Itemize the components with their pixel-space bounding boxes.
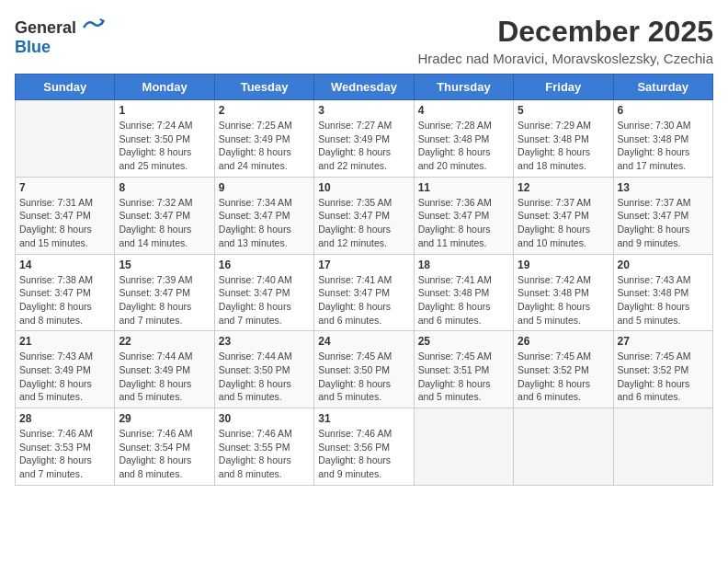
day-number: 20 — [618, 259, 709, 271]
calendar-cell: 28Sunrise: 7:46 AM Sunset: 3:53 PM Dayli… — [16, 408, 115, 486]
calendar-cell: 9Sunrise: 7:34 AM Sunset: 3:47 PM Daylig… — [214, 177, 313, 254]
calendar-cell: 21Sunrise: 7:43 AM Sunset: 3:49 PM Dayli… — [16, 331, 115, 408]
day-number: 3 — [318, 104, 409, 117]
calendar-cell: 16Sunrise: 7:40 AM Sunset: 3:47 PM Dayli… — [214, 254, 313, 331]
calendar-cell — [16, 100, 115, 178]
calendar-cell: 19Sunrise: 7:42 AM Sunset: 3:48 PM Dayli… — [514, 254, 613, 331]
day-info: Sunrise: 7:28 AM Sunset: 3:48 PM Dayligh… — [418, 119, 509, 173]
header-day-thursday: Thursday — [414, 75, 513, 100]
day-number: 19 — [518, 259, 609, 271]
day-number: 1 — [119, 104, 210, 117]
calendar-cell: 24Sunrise: 7:45 AM Sunset: 3:50 PM Dayli… — [314, 331, 414, 408]
logo-general: General — [15, 18, 76, 37]
day-info: Sunrise: 7:34 AM Sunset: 3:47 PM Dayligh… — [219, 196, 310, 250]
day-info: Sunrise: 7:37 AM Sunset: 3:47 PM Dayligh… — [618, 196, 709, 250]
calendar-cell: 17Sunrise: 7:41 AM Sunset: 3:47 PM Dayli… — [314, 254, 414, 331]
calendar-cell: 5Sunrise: 7:29 AM Sunset: 3:48 PM Daylig… — [514, 100, 613, 178]
day-number: 18 — [418, 259, 509, 271]
calendar-table: SundayMondayTuesdayWednesdayThursdayFrid… — [15, 74, 713, 486]
day-info: Sunrise: 7:32 AM Sunset: 3:47 PM Dayligh… — [119, 196, 210, 250]
day-info: Sunrise: 7:31 AM Sunset: 3:47 PM Dayligh… — [19, 196, 110, 250]
logo-block: General Blue — [15, 15, 105, 57]
day-info: Sunrise: 7:41 AM Sunset: 3:47 PM Dayligh… — [318, 273, 409, 327]
week-row-3: 14Sunrise: 7:38 AM Sunset: 3:47 PM Dayli… — [16, 254, 713, 331]
title-block: December 2025 Hradec nad Moravici, Morav… — [418, 15, 714, 66]
day-number: 2 — [219, 104, 310, 117]
day-number: 29 — [119, 412, 210, 425]
day-info: Sunrise: 7:39 AM Sunset: 3:47 PM Dayligh… — [119, 273, 210, 327]
calendar-cell: 6Sunrise: 7:30 AM Sunset: 3:48 PM Daylig… — [613, 100, 712, 178]
day-number: 9 — [219, 181, 310, 194]
day-info: Sunrise: 7:46 AM Sunset: 3:54 PM Dayligh… — [119, 427, 210, 481]
day-info: Sunrise: 7:44 AM Sunset: 3:50 PM Dayligh… — [219, 350, 310, 404]
calendar-cell: 12Sunrise: 7:37 AM Sunset: 3:47 PM Dayli… — [514, 177, 613, 254]
day-info: Sunrise: 7:25 AM Sunset: 3:49 PM Dayligh… — [219, 119, 310, 173]
day-info: Sunrise: 7:44 AM Sunset: 3:49 PM Dayligh… — [119, 350, 210, 404]
calendar-cell: 18Sunrise: 7:41 AM Sunset: 3:48 PM Dayli… — [414, 254, 513, 331]
day-number: 28 — [19, 412, 110, 425]
calendar-cell: 22Sunrise: 7:44 AM Sunset: 3:49 PM Dayli… — [115, 331, 214, 408]
day-number: 7 — [19, 181, 110, 194]
week-row-5: 28Sunrise: 7:46 AM Sunset: 3:53 PM Dayli… — [16, 408, 713, 486]
header-day-sunday: Sunday — [16, 75, 115, 100]
day-info: Sunrise: 7:45 AM Sunset: 3:52 PM Dayligh… — [618, 350, 709, 404]
day-info: Sunrise: 7:29 AM Sunset: 3:48 PM Dayligh… — [518, 119, 609, 173]
calendar-header: SundayMondayTuesdayWednesdayThursdayFrid… — [16, 75, 713, 100]
page-header: General Blue December 2025 Hradec nad Mo… — [15, 15, 713, 66]
day-info: Sunrise: 7:45 AM Sunset: 3:51 PM Dayligh… — [418, 350, 509, 404]
header-row: SundayMondayTuesdayWednesdayThursdayFrid… — [16, 75, 713, 100]
day-info: Sunrise: 7:35 AM Sunset: 3:47 PM Dayligh… — [318, 196, 409, 250]
calendar-cell: 1Sunrise: 7:24 AM Sunset: 3:50 PM Daylig… — [115, 100, 214, 178]
day-info: Sunrise: 7:41 AM Sunset: 3:48 PM Dayligh… — [418, 273, 509, 327]
calendar-cell: 4Sunrise: 7:28 AM Sunset: 3:48 PM Daylig… — [414, 100, 513, 178]
week-row-2: 7Sunrise: 7:31 AM Sunset: 3:47 PM Daylig… — [16, 177, 713, 254]
calendar-cell: 25Sunrise: 7:45 AM Sunset: 3:51 PM Dayli… — [414, 331, 513, 408]
calendar-cell: 8Sunrise: 7:32 AM Sunset: 3:47 PM Daylig… — [115, 177, 214, 254]
day-number: 31 — [318, 412, 409, 425]
day-info: Sunrise: 7:24 AM Sunset: 3:50 PM Dayligh… — [119, 119, 210, 173]
header-day-monday: Monday — [115, 75, 214, 100]
day-number: 16 — [219, 259, 310, 271]
day-info: Sunrise: 7:43 AM Sunset: 3:49 PM Dayligh… — [19, 350, 110, 404]
day-info: Sunrise: 7:46 AM Sunset: 3:55 PM Dayligh… — [219, 427, 310, 481]
day-number: 5 — [518, 104, 609, 117]
day-number: 8 — [119, 181, 210, 194]
week-row-4: 21Sunrise: 7:43 AM Sunset: 3:49 PM Dayli… — [16, 331, 713, 408]
day-number: 23 — [219, 335, 310, 348]
page-subtitle: Hradec nad Moravici, Moravskoslezsky, Cz… — [418, 51, 714, 66]
day-info: Sunrise: 7:27 AM Sunset: 3:49 PM Dayligh… — [318, 119, 409, 173]
calendar-cell: 27Sunrise: 7:45 AM Sunset: 3:52 PM Dayli… — [613, 331, 712, 408]
calendar-body: 1Sunrise: 7:24 AM Sunset: 3:50 PM Daylig… — [16, 100, 713, 486]
day-number: 30 — [219, 412, 310, 425]
calendar-cell: 3Sunrise: 7:27 AM Sunset: 3:49 PM Daylig… — [314, 100, 414, 178]
calendar-cell: 14Sunrise: 7:38 AM Sunset: 3:47 PM Dayli… — [16, 254, 115, 331]
day-number: 21 — [19, 335, 110, 348]
day-number: 14 — [19, 259, 110, 271]
week-row-1: 1Sunrise: 7:24 AM Sunset: 3:50 PM Daylig… — [16, 100, 713, 178]
calendar-cell: 31Sunrise: 7:46 AM Sunset: 3:56 PM Dayli… — [314, 408, 414, 486]
day-number: 11 — [418, 181, 509, 194]
day-info: Sunrise: 7:40 AM Sunset: 3:47 PM Dayligh… — [219, 273, 310, 327]
day-info: Sunrise: 7:46 AM Sunset: 3:56 PM Dayligh… — [318, 427, 409, 481]
day-number: 22 — [119, 335, 210, 348]
logo: General Blue — [15, 15, 105, 57]
day-info: Sunrise: 7:45 AM Sunset: 3:52 PM Dayligh… — [518, 350, 609, 404]
header-day-saturday: Saturday — [613, 75, 712, 100]
logo-wave-icon — [83, 15, 105, 33]
calendar-cell: 13Sunrise: 7:37 AM Sunset: 3:47 PM Dayli… — [613, 177, 712, 254]
header-day-tuesday: Tuesday — [214, 75, 313, 100]
day-number: 25 — [418, 335, 509, 348]
logo-blue: Blue — [15, 38, 51, 56]
header-day-wednesday: Wednesday — [314, 75, 414, 100]
day-info: Sunrise: 7:43 AM Sunset: 3:48 PM Dayligh… — [618, 273, 709, 327]
calendar-cell: 15Sunrise: 7:39 AM Sunset: 3:47 PM Dayli… — [115, 254, 214, 331]
day-number: 24 — [318, 335, 409, 348]
page-title: December 2025 — [418, 15, 714, 49]
calendar-cell: 23Sunrise: 7:44 AM Sunset: 3:50 PM Dayli… — [214, 331, 313, 408]
day-info: Sunrise: 7:30 AM Sunset: 3:48 PM Dayligh… — [618, 119, 709, 173]
day-info: Sunrise: 7:36 AM Sunset: 3:47 PM Dayligh… — [418, 196, 509, 250]
day-number: 12 — [518, 181, 609, 194]
calendar-cell: 11Sunrise: 7:36 AM Sunset: 3:47 PM Dayli… — [414, 177, 513, 254]
calendar-cell — [514, 408, 613, 486]
day-info: Sunrise: 7:42 AM Sunset: 3:48 PM Dayligh… — [518, 273, 609, 327]
